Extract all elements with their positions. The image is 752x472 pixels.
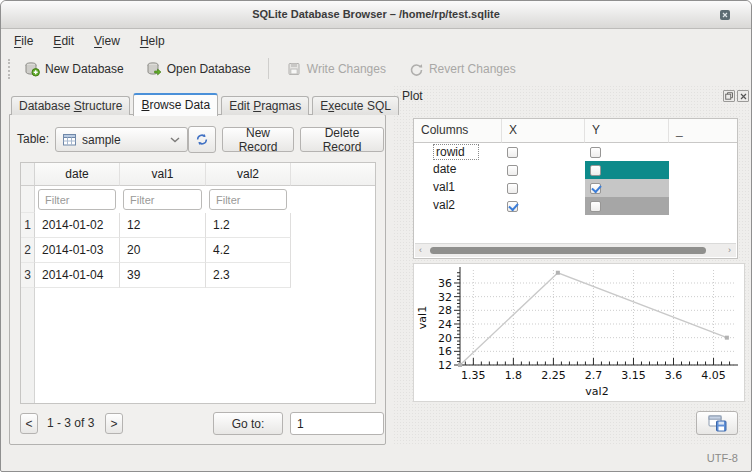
plot-column-row: val2 bbox=[414, 197, 737, 215]
plot-column-row: date bbox=[414, 161, 737, 179]
toolbar-button-label: Open Database bbox=[167, 62, 251, 76]
grid-cell[interactable]: 39 bbox=[120, 263, 206, 288]
refresh-button[interactable] bbox=[188, 126, 216, 153]
plot-column-name-val2[interactable]: val2 bbox=[414, 197, 502, 215]
plot-x-cell bbox=[502, 143, 585, 161]
plot-column-name-date[interactable]: date bbox=[414, 161, 502, 179]
record-navigation: < 1 - 3 of 3 > Go to: bbox=[20, 412, 375, 436]
svg-text:24: 24 bbox=[438, 318, 452, 331]
tab-database-structure[interactable]: Database Structure bbox=[11, 96, 130, 115]
revert-changes-button[interactable]: Revert Changes bbox=[401, 57, 523, 81]
svg-text:2.7: 2.7 bbox=[585, 369, 603, 382]
column-header-date[interactable]: date bbox=[35, 163, 120, 186]
plot-column-name-val1[interactable]: val1 bbox=[414, 179, 502, 197]
x-checkbox-rowid[interactable] bbox=[507, 147, 518, 158]
svg-text:3.6: 3.6 bbox=[665, 369, 683, 382]
title-bar[interactable]: SQLite Database Browser – /home/rp/test.… bbox=[1, 1, 751, 29]
filter-row-corner bbox=[21, 186, 35, 213]
write-changes-button[interactable]: Write Changes bbox=[279, 57, 393, 81]
horizontal-scrollbar[interactable]: ‹ › bbox=[415, 243, 736, 257]
plot-column-name-rowid[interactable]: rowid bbox=[414, 143, 502, 161]
browse-data-pane: Table: sample New Record Delete Record d… bbox=[9, 114, 386, 445]
column-header-val2[interactable]: val2 bbox=[206, 163, 291, 186]
filter-input-val2[interactable] bbox=[209, 189, 287, 210]
window-close-button[interactable] bbox=[720, 10, 730, 20]
svg-text:4.05: 4.05 bbox=[701, 369, 726, 382]
table-select-value: sample bbox=[82, 133, 121, 147]
toolbar-handle[interactable] bbox=[8, 59, 10, 79]
scrollbar-thumb[interactable] bbox=[430, 247, 706, 254]
next-records-button[interactable]: > bbox=[105, 413, 123, 434]
data-table: dateval1val212014-01-02121.222014-01-032… bbox=[20, 162, 376, 404]
y-checkbox-val1[interactable] bbox=[590, 183, 601, 194]
menu-view[interactable]: View bbox=[91, 32, 123, 50]
new-record-button[interactable]: New Record bbox=[222, 127, 294, 152]
tab-browse-data[interactable]: Browse Data bbox=[133, 93, 218, 116]
dock-close-button[interactable] bbox=[737, 90, 749, 102]
plot-header-_[interactable]: _ bbox=[669, 119, 737, 143]
svg-text:2.25: 2.25 bbox=[541, 369, 566, 382]
plot-column-row: val1 bbox=[414, 179, 737, 197]
toolbar-button-label: New Database bbox=[45, 62, 124, 76]
save-plot-button[interactable] bbox=[696, 411, 738, 435]
plot-header-Y[interactable]: Y bbox=[585, 119, 669, 143]
menu-edit[interactable]: Edit bbox=[50, 32, 77, 50]
grid-cell[interactable]: 1.2 bbox=[206, 213, 291, 238]
plot-x-cell bbox=[502, 197, 585, 215]
row-number[interactable]: 3 bbox=[21, 263, 35, 288]
record-range-label: 1 - 3 of 3 bbox=[47, 412, 94, 435]
plot-header-Columns[interactable]: Columns bbox=[414, 119, 502, 143]
menu-help[interactable]: Help bbox=[137, 32, 168, 50]
row-number[interactable]: 1 bbox=[21, 213, 35, 238]
filter-cell bbox=[35, 186, 120, 213]
menu-file[interactable]: File bbox=[11, 32, 36, 50]
delete-record-button[interactable]: Delete Record bbox=[300, 127, 384, 152]
prev-records-button[interactable]: < bbox=[20, 413, 38, 434]
plot-y-cell bbox=[585, 179, 669, 197]
svg-text:32: 32 bbox=[438, 291, 452, 304]
grid-cell[interactable]: 4.2 bbox=[206, 238, 291, 263]
toolbar-separator bbox=[268, 58, 269, 79]
grid-cell[interactable]: 12 bbox=[120, 213, 206, 238]
goto-input[interactable] bbox=[290, 412, 384, 435]
app-window: SQLite Database Browser – /home/rp/test.… bbox=[0, 0, 752, 472]
column-header-val1[interactable]: val1 bbox=[120, 163, 206, 186]
x-checkbox-date[interactable] bbox=[507, 165, 518, 176]
row-number[interactable]: 2 bbox=[21, 238, 35, 263]
goto-button[interactable]: Go to: bbox=[213, 412, 283, 435]
y-checkbox-rowid[interactable] bbox=[590, 147, 601, 158]
y-checkbox-date[interactable] bbox=[590, 165, 601, 176]
svg-text:1.8: 1.8 bbox=[505, 369, 523, 382]
restore-icon bbox=[725, 92, 733, 100]
x-checkbox-val2[interactable] bbox=[507, 201, 518, 212]
table-icon bbox=[63, 134, 76, 146]
grid-cell[interactable]: 2014-01-04 bbox=[35, 263, 120, 288]
tab-execute-sql[interactable]: Execute SQL bbox=[312, 96, 399, 115]
database-open-icon bbox=[146, 61, 162, 77]
svg-text:20: 20 bbox=[438, 332, 452, 345]
plot-x-cell bbox=[502, 161, 585, 179]
filter-input-date[interactable] bbox=[38, 189, 116, 210]
plot-dock-title: Plot bbox=[402, 89, 423, 103]
plot-header-X[interactable]: X bbox=[502, 119, 585, 143]
y-checkbox-val2[interactable] bbox=[590, 201, 601, 212]
column-header-filler bbox=[291, 163, 375, 186]
svg-text:1.35: 1.35 bbox=[461, 369, 486, 382]
chevron-down-icon bbox=[170, 137, 180, 143]
grid-cell[interactable]: 2.3 bbox=[206, 263, 291, 288]
open-database-button[interactable]: Open Database bbox=[139, 57, 258, 81]
new-database-button[interactable]: New Database bbox=[17, 57, 131, 81]
table-label: Table: bbox=[17, 132, 49, 146]
grid-cell[interactable]: 2014-01-03 bbox=[35, 238, 120, 263]
dock-float-button[interactable] bbox=[723, 90, 735, 102]
x-checkbox-val1[interactable] bbox=[507, 183, 518, 194]
grid-cell[interactable]: 2014-01-02 bbox=[35, 213, 120, 238]
scroll-left-arrow-icon[interactable]: ‹ bbox=[419, 244, 422, 256]
table-select[interactable]: sample bbox=[55, 127, 188, 152]
filter-input-val1[interactable] bbox=[123, 189, 202, 210]
tab-edit-pragmas[interactable]: Edit Pragmas bbox=[221, 96, 309, 115]
plot-chart: 1.351.82.252.73.153.64.0512162024283236v… bbox=[414, 264, 744, 401]
grid-cell[interactable]: 20 bbox=[120, 238, 206, 263]
close-icon bbox=[740, 93, 747, 100]
scroll-right-arrow-icon[interactable]: › bbox=[728, 244, 731, 256]
